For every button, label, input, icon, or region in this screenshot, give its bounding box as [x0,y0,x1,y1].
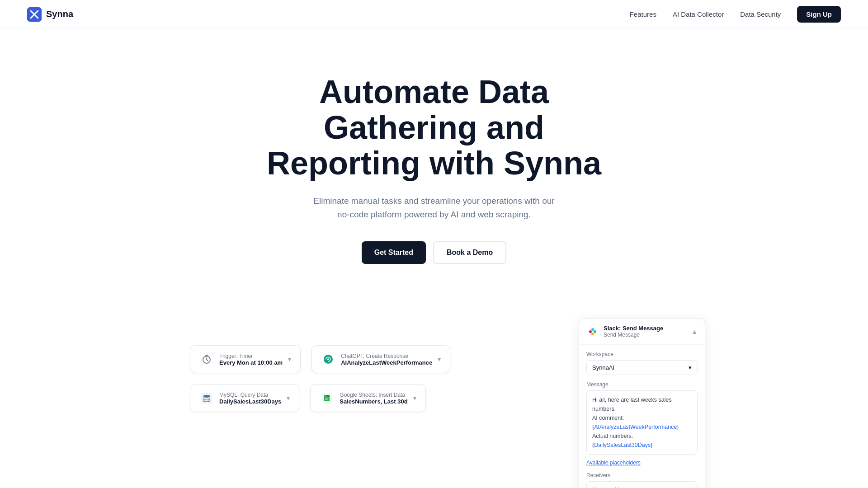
message-line-2: AI comment: {AIAnalyzeLastWeekPerformanc… [592,415,679,430]
chatgpt-content: ChatGPT: Create Response AIAnalyzeLastWe… [341,353,432,366]
svg-point-3 [327,358,329,360]
hero-title: Automate Data Gathering and Reporting wi… [249,74,619,182]
signup-button[interactable]: Sign Up [797,6,841,23]
gsheets-icon [320,391,334,405]
nav-links: Features AI Data Collector Data Security… [630,6,841,23]
message-line-3: Actual numbers: [592,433,633,439]
logo[interactable]: Synna [27,7,73,22]
message-line-4: {DailySalesLast30Days} [592,442,652,448]
slack-body: Workspace SynnaAI ▾ Message Hi all, here… [579,345,705,488]
gsheets-content: Google Sheets: Insert Data SalesNumbers,… [340,392,407,405]
mysql-icon [199,391,214,405]
message-line-1: Hi all, here are last weeks sales number… [592,397,672,412]
workspace-value: SynnaAI [592,364,614,371]
get-started-button[interactable]: Get Started [362,241,426,264]
slack-title-sub: Send Message [604,332,663,338]
slack-header: Slack: Send Message Send Message ▲ [579,319,705,345]
svg-rect-8 [586,325,599,338]
workflow-row-1: Trigger: Timer Every Mon at 10:00 am ▾ C… [190,345,450,373]
nav-link-data-security[interactable]: Data Security [740,10,781,18]
chatgpt-card[interactable]: ChatGPT: Create Response AIAnalyzeLastWe… [311,345,450,373]
trigger-timer-value: Every Mon at 10:00 am [219,359,283,366]
chatgpt-icon [321,352,335,366]
svg-point-9 [589,330,592,333]
slack-header-left: Slack: Send Message Send Message [586,325,663,338]
demo-area: Trigger: Timer Every Mon at 10:00 am ▾ C… [163,318,705,488]
workspace-chevron-icon: ▾ [689,364,692,371]
gsheets-card[interactable]: Google Sheets: Insert Data SalesNumbers,… [310,384,425,412]
mysql-card[interactable]: MySQL: Query Data DailySalesLast30Days ▾ [190,384,299,412]
trigger-timer-card[interactable]: Trigger: Timer Every Mon at 10:00 am ▾ [190,345,301,373]
trigger-timer-label: Trigger: Timer [219,353,283,359]
chatgpt-chevron: ▾ [438,356,441,363]
slack-icon [586,325,599,338]
mysql-value: DailySalesLast30Days [219,398,281,405]
receivers-label: Receivers [586,472,698,479]
workspace-label: Workspace [586,351,698,357]
svg-rect-7 [326,395,330,397]
svg-point-12 [591,333,594,335]
navbar: Synna Features AI Data Collector Data Se… [0,0,868,29]
gsheets-value: SalesNumbers, Last 30d [340,398,407,405]
mysql-chevron: ▾ [287,394,290,402]
mysql-label: MySQL: Query Data [219,392,281,398]
slack-panel: Slack: Send Message Send Message ▲ Works… [579,318,705,488]
hero-subtitle: Eliminate manual tasks and streamline yo… [307,194,561,222]
nav-link-features[interactable]: Features [630,10,656,18]
workflow-cards: Trigger: Timer Every Mon at 10:00 am ▾ C… [190,345,450,412]
gsheets-chevron: ▾ [413,394,416,402]
workspace-select[interactable]: SynnaAI ▾ [586,360,698,375]
timer-icon [199,352,214,366]
slack-collapse-icon[interactable]: ▲ [691,328,698,335]
message-box[interactable]: Hi all, here are last weeks sales number… [586,390,698,455]
placeholders-link[interactable]: Available placeholders [586,460,641,466]
logo-text: Synna [46,9,73,19]
message-label: Message [586,381,698,388]
synna-logo-icon [27,7,42,22]
trigger-timer-chevron: ▾ [288,356,291,363]
hero-buttons: Get Started Book a Demo [362,241,507,264]
nav-link-ai-data-collector[interactable]: AI Data Collector [673,10,724,18]
slack-title-block: Slack: Send Message Send Message [604,325,663,338]
chatgpt-label: ChatGPT: Create Response [341,353,432,359]
workflow-row-2: MySQL: Query Data DailySalesLast30Days ▾ [190,384,450,412]
gsheets-label: Google Sheets: Insert Data [340,392,407,398]
book-demo-button[interactable]: Book a Demo [433,241,506,264]
mysql-content: MySQL: Query Data DailySalesLast30Days [219,392,281,405]
trigger-timer-content: Trigger: Timer Every Mon at 10:00 am [219,353,283,366]
slack-title-main: Slack: Send Message [604,325,663,332]
svg-point-10 [591,328,594,331]
svg-point-11 [594,330,596,333]
hero-section: Automate Data Gathering and Reporting wi… [0,29,868,291]
chatgpt-value: AIAnalyzeLastWeekPerformance [341,359,432,366]
receivers-field[interactable]: #leadership [586,481,698,488]
